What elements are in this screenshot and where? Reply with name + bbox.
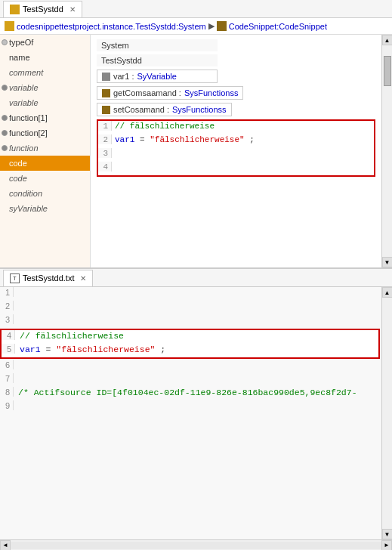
func1-row: getComsaamand : SysFunctionss	[97, 86, 375, 100]
line-num-6: 6	[0, 360, 14, 369]
line-content-9	[14, 400, 18, 401]
var1-row: var1 : SyVariable	[97, 70, 375, 83]
top-panel: typeOf name comment variable variable fu…	[0, 35, 392, 269]
h-scroll-right[interactable]: ►	[381, 540, 392, 551]
tree-item-function2[interactable]: function[2]	[0, 125, 90, 141]
scrollbar-thumb[interactable]	[384, 56, 391, 86]
typeof-text: System	[101, 41, 129, 50]
line-num-2: 2	[0, 301, 14, 311]
tree-dot	[2, 145, 8, 151]
tree-dot	[2, 130, 8, 136]
tab-close-button[interactable]: ✕	[69, 5, 76, 14]
code-line-4: 4	[98, 162, 374, 175]
vertical-scrollbar[interactable]: ▲ ▼	[381, 35, 392, 267]
tree-item-code-active[interactable]: code	[0, 156, 90, 171]
code-assign: =	[140, 135, 150, 144]
name-text: TestSystdd	[101, 56, 142, 65]
bottom-tab-close[interactable]: ✕	[80, 274, 86, 283]
code-line-2: 2 var1 = "fälschlicherweise" ;	[98, 134, 374, 148]
tree-item-label: condition	[9, 189, 42, 198]
text-line-9: 9	[0, 400, 381, 414]
breadcrumb-arrow: ▶	[208, 21, 215, 31]
h-scroll-left[interactable]: ◄	[0, 540, 11, 551]
line-num-2: 2	[98, 134, 112, 144]
main-area: typeOf name comment variable variable fu…	[0, 35, 392, 550]
text-editor-body: 1 2 3 4 // fälschlicherweise	[0, 287, 392, 539]
bottom-tab-label: TestSystdd.txt	[23, 273, 74, 283]
breadcrumb-part1: codesnippettestproject.instance.TestSyst…	[17, 22, 206, 31]
tree-item-comment[interactable]: comment	[0, 65, 90, 80]
func2-label: setCosamand :	[113, 105, 169, 114]
tab-testsystdd[interactable]: TestSystdd ✕	[3, 1, 82, 17]
tree-item-typeof[interactable]: typeOf	[0, 35, 90, 50]
tree-item-label: code	[9, 159, 27, 168]
code-line-1: 1 // fälschlicherweise	[98, 121, 374, 134]
text-editor-content[interactable]: 1 2 3 4 // fälschlicherweise	[0, 287, 381, 539]
tree-item-label: function	[9, 144, 39, 153]
text-line-2: 2	[0, 301, 381, 314]
tree-item-label: typeOf	[9, 38, 33, 47]
tab-icon	[10, 5, 20, 14]
tree-sidebar: typeOf name comment variable variable fu…	[0, 35, 91, 267]
semi-text: ;	[160, 345, 165, 354]
tree-item-code2[interactable]: code	[0, 171, 90, 186]
line-content-6	[14, 360, 18, 360]
h-scroll-track[interactable]	[11, 542, 381, 549]
text-line-3: 3	[0, 314, 381, 328]
line-content-2: var1 = "fälschlicherweise" ;	[112, 134, 374, 144]
horizontal-scrollbar[interactable]: ◄ ►	[0, 539, 392, 550]
line-num-3: 3	[98, 148, 112, 158]
string-text: "fälschlicherweise"	[56, 345, 155, 354]
content-scroll[interactable]: System TestSystdd var1 :	[91, 35, 381, 267]
tree-dot	[2, 85, 8, 91]
scroll-up-button[interactable]: ▲	[382, 35, 393, 45]
tree-item-variable2[interactable]: variable	[0, 95, 90, 110]
tree-item-label: variable	[9, 83, 39, 92]
line-num-1: 1	[98, 121, 112, 131]
scroll-down-button[interactable]: ▼	[382, 257, 393, 267]
tree-dot	[2, 39, 8, 45]
code-editor[interactable]: 1 // fälschlicherweise 2 var1 = "fälschl…	[97, 119, 375, 177]
tree-item-variable1[interactable]: variable	[0, 80, 90, 95]
tree-item-label: variable	[9, 98, 39, 107]
tree-item-condition[interactable]: condition	[0, 186, 90, 201]
tree-item-label: syVariable	[9, 204, 48, 213]
typeof-row: System	[97, 39, 375, 51]
line-content-2	[14, 301, 18, 301]
tab-testsystdd-txt[interactable]: T TestSystdd.txt ✕	[3, 270, 93, 286]
tree-item-label: function[2]	[9, 128, 48, 138]
tree-item-name[interactable]: name	[0, 50, 90, 65]
text-line-1: 1	[0, 287, 381, 301]
line-content-3	[14, 314, 18, 315]
func1-type: SysFunctionss	[184, 88, 239, 97]
tree-item-syvariable[interactable]: syVariable	[0, 201, 90, 216]
snippet-icon	[217, 21, 227, 31]
var1-type: SyVariable	[137, 72, 177, 81]
text-line-8: 8 /* Actifsource ID=[4f0104ec-02df-11e9-…	[0, 387, 381, 400]
var-text: var1	[20, 345, 41, 354]
func2-value: setCosamand : SysFunctionss	[97, 103, 232, 116]
func1-value: getComsaamand : SysFunctionss	[97, 86, 243, 100]
line-content-8: /* Actifsource ID=[4f0104ec-02df-11e9-82…	[14, 387, 357, 397]
tree-item-function3[interactable]: function	[0, 141, 90, 156]
text-line-5: 5 var1 = "fälschlicherweise" ;	[2, 344, 378, 357]
line-num-7: 7	[0, 373, 14, 383]
name-row: TestSystdd	[97, 54, 375, 66]
breadcrumb-icon	[5, 21, 14, 31]
bottom-scroll-down[interactable]: ▼	[382, 529, 393, 539]
code-line-3: 3	[98, 148, 374, 162]
line-content-4: // fälschlicherweise	[15, 330, 124, 341]
tree-item-label: code	[9, 174, 27, 183]
text-line-7: 7	[0, 373, 381, 387]
line-num-3: 3	[0, 314, 14, 324]
text-line-4: 4 // fälschlicherweise	[2, 330, 378, 344]
tree-item-function1[interactable]: function[1]	[0, 110, 90, 125]
line-num-4: 4	[98, 162, 112, 171]
bottom-scroll-up[interactable]: ▲	[382, 287, 393, 298]
assign-text: =	[46, 345, 57, 354]
func2-icon	[102, 106, 110, 114]
breadcrumb-part2: CodeSnippet:CodeSnippet	[229, 22, 327, 31]
line-content-1	[14, 287, 18, 288]
tree-item-label: comment	[9, 68, 43, 77]
bottom-vertical-scrollbar[interactable]: ▲ ▼	[381, 287, 392, 539]
